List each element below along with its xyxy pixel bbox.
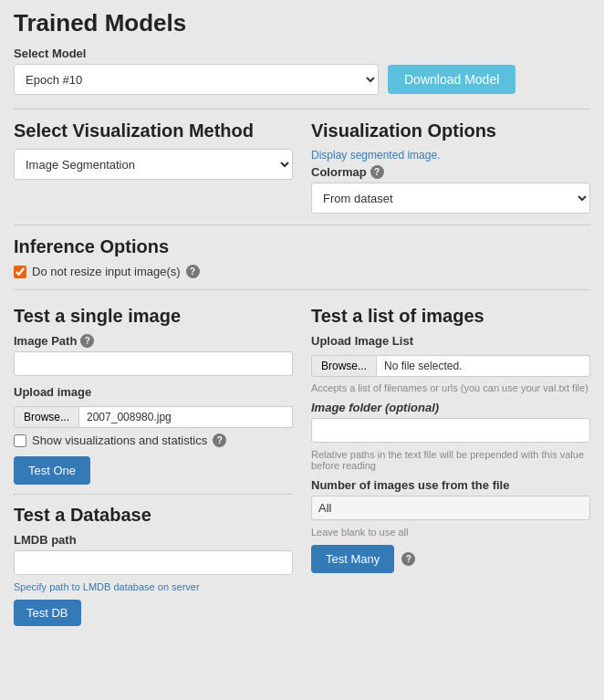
top-divider xyxy=(14,109,590,110)
select-model-label: Select Model xyxy=(14,47,590,60)
show-viz-row: Show visualizations and statistics ? xyxy=(14,434,293,447)
viz-divider xyxy=(14,225,590,225)
viz-options-section: Visualization Options Display segmented … xyxy=(311,120,590,214)
relative-paths-text: Relative paths in the text file will be … xyxy=(311,449,590,471)
lmdb-path-label: LMDB path xyxy=(14,533,293,547)
download-model-button[interactable]: Download Model xyxy=(388,65,515,94)
resize-help-icon[interactable]: ? xyxy=(186,265,200,278)
do-not-resize-checkbox[interactable] xyxy=(14,266,26,278)
viz-method-title: Select Visualization Method xyxy=(14,120,293,141)
select-model-row: Epoch #10 Download Model xyxy=(14,64,590,95)
viz-display-text: Display segmented image. xyxy=(311,149,590,162)
visualization-row: Select Visualization Method Image Segmen… xyxy=(14,120,590,214)
test-one-button[interactable]: Test One xyxy=(14,456,90,485)
image-path-label-text: Image Path xyxy=(14,334,77,348)
accepts-text: Accepts a list of filenames or urls (you… xyxy=(311,382,590,393)
show-viz-checkbox[interactable] xyxy=(14,434,26,447)
list-file-name: No file selected. xyxy=(377,355,590,377)
do-not-resize-label: Do not resize input image(s) xyxy=(32,265,181,278)
test-many-button[interactable]: Test Many xyxy=(311,545,394,573)
test-single-section: Test a single image Image Path ? Upload … xyxy=(14,306,293,485)
header-section: Trained Models Select Model Epoch #10 Do… xyxy=(14,9,590,95)
viz-method-select[interactable]: Image Segmentation xyxy=(14,149,293,180)
lmdb-path-input[interactable] xyxy=(14,550,293,575)
browse-image-button[interactable]: Browse... xyxy=(14,406,79,428)
test-list-section: Test a list of images Upload Image List … xyxy=(311,306,590,573)
selected-file-name: 2007_008980.jpg xyxy=(79,406,293,428)
page-title: Trained Models xyxy=(14,9,590,37)
test-db-title: Test a Database xyxy=(14,505,293,526)
upload-image-row: Browse... 2007_008980.jpg xyxy=(14,406,293,428)
viz-options-title: Visualization Options xyxy=(311,120,590,141)
image-folder-input[interactable] xyxy=(311,418,590,443)
colormap-label-row: Colormap ? xyxy=(311,165,590,179)
colormap-label-text: Colormap xyxy=(311,165,367,179)
image-folder-label: Image folder (optional) xyxy=(311,401,590,414)
image-path-help-icon[interactable]: ? xyxy=(80,334,94,348)
inference-title: Inference Options xyxy=(14,236,590,257)
show-viz-label: Show visualizations and statistics xyxy=(32,434,207,447)
test-single-title: Test a single image xyxy=(14,306,293,327)
test-list-title: Test a list of images xyxy=(311,306,590,327)
image-path-input[interactable] xyxy=(14,351,293,376)
test-many-help-icon[interactable]: ? xyxy=(401,552,415,566)
upload-image-label: Upload image xyxy=(14,385,293,399)
test-db-button[interactable]: Test DB xyxy=(14,600,81,626)
test-many-row: Test Many ? xyxy=(311,545,590,573)
main-test-section: Test a single image Image Path ? Upload … xyxy=(14,301,590,626)
left-test-col: Test a single image Image Path ? Upload … xyxy=(14,301,293,626)
image-path-label-row: Image Path ? xyxy=(14,334,293,348)
show-viz-help-icon[interactable]: ? xyxy=(213,434,226,447)
upload-list-label: Upload Image List xyxy=(311,334,590,348)
num-images-input[interactable] xyxy=(311,496,590,520)
inference-divider xyxy=(14,289,590,290)
model-select[interactable]: Epoch #10 xyxy=(14,64,379,95)
leave-blank-text: Leave blank to use all xyxy=(311,527,590,538)
num-images-label: Number of images use from the file xyxy=(311,478,590,492)
viz-method-section: Select Visualization Method Image Segmen… xyxy=(14,120,293,214)
do-not-resize-row: Do not resize input image(s) ? xyxy=(14,265,590,278)
right-test-col: Test a list of images Upload Image List … xyxy=(311,301,590,626)
colormap-select[interactable]: From dataset xyxy=(311,183,590,214)
inference-options-section: Inference Options Do not resize input im… xyxy=(14,236,590,278)
upload-list-row: Browse... No file selected. xyxy=(311,355,590,377)
browse-list-button[interactable]: Browse... xyxy=(311,355,377,377)
lmdb-specify-text: Specify path to LMDB database on server xyxy=(14,581,293,592)
test-db-divider xyxy=(14,494,293,496)
test-db-section: Test a Database LMDB path Specify path t… xyxy=(14,505,293,626)
colormap-help-icon[interactable]: ? xyxy=(370,165,384,179)
